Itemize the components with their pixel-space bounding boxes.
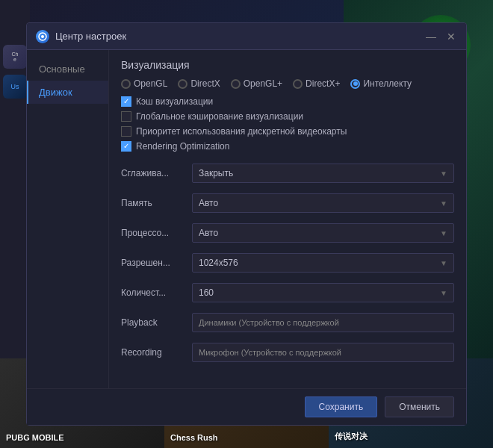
radio-circle-directx <box>178 79 187 89</box>
svg-point-1 <box>41 35 44 38</box>
section-title: Визуализация <box>121 59 454 71</box>
checkbox-group: Кэш визуализации Глобальное кэширование … <box>121 96 454 152</box>
nav-item-engine[interactable]: Движок <box>27 81 108 104</box>
sidebar-icon-chess: Che <box>3 45 27 69</box>
radio-label-intellect: Интеллекту <box>363 78 412 89</box>
chevron-down-icon-smoothing: ▼ <box>440 169 447 178</box>
settings-window: Центр настроек — ✕ Основные Движок Визуа… <box>26 22 467 426</box>
right-content: Визуализация OpenGL DirectX OpenGL+ Di <box>109 50 466 388</box>
checkbox-label-cache-viz: Кэш визуализации <box>136 96 213 107</box>
chevron-down-icon-resolution: ▼ <box>440 259 447 267</box>
checkbox-box-cache-viz <box>121 96 131 107</box>
form-select-value-processor: Авто <box>199 228 218 238</box>
checkbox-label-rendering: Rendering Optimization <box>136 141 229 152</box>
radio-circle-openglplus <box>231 79 241 89</box>
game-title-center: Chess Rush <box>170 433 218 442</box>
checkbox-cache-viz[interactable]: Кэш визуализации <box>121 96 454 107</box>
footer: Сохранить Отменить <box>27 388 466 425</box>
form-label-recording: Recording <box>121 347 192 358</box>
form-select-value-quantity: 160 <box>199 287 214 298</box>
form-label-processor: Процессо... <box>121 228 192 238</box>
radio-circle-opengl <box>121 79 131 89</box>
close-button[interactable]: ✕ <box>445 31 457 43</box>
form-select-memory[interactable]: Авто▼ <box>192 193 454 213</box>
form-select-resolution[interactable]: 1024x576▼ <box>192 253 454 273</box>
checkbox-label-priority: Приоритет использования дискретной видео… <box>136 126 347 137</box>
form-select-value-resolution: 1024x576 <box>199 258 238 268</box>
radio-intellect[interactable]: Интеллекту <box>350 78 412 89</box>
title-bar: Центр настроек — ✕ <box>27 23 466 50</box>
content-area: Основные Движок Визуализация OpenGL Dire… <box>27 50 466 388</box>
chevron-down-icon-quantity: ▼ <box>440 289 447 297</box>
form-label-quantity: Количест... <box>121 287 192 298</box>
checkbox-label-global-cache: Глобальное кэширование визуализации <box>136 111 303 122</box>
form-label-resolution: Разрешен... <box>121 258 192 268</box>
radio-label-directxplus: DirectX+ <box>306 78 340 89</box>
radio-openglplus[interactable]: OpenGL+ <box>231 78 282 89</box>
form-rows: Сглажива...Закрыть▼ПамятьАвто▼Процессо..… <box>121 162 454 364</box>
form-input-playback[interactable]: Динамики (Устройство с поддержкой <box>192 313 454 332</box>
form-row-recording: RecordingМикрофон (Устройство с поддержк… <box>121 341 454 364</box>
game-title-left: PUBG MOBILE <box>6 433 64 442</box>
checkbox-box-rendering <box>121 141 131 152</box>
title-controls: — ✕ <box>424 31 457 43</box>
sidebar-icon-other[interactable]: Us <box>3 75 27 99</box>
radio-opengl[interactable]: OpenGL <box>121 78 167 89</box>
app-sidebar: Che Us <box>0 0 30 358</box>
form-select-value-smoothing: Закрыть <box>199 168 233 178</box>
renderer-radio-group: OpenGL DirectX OpenGL+ DirectX+ Интеллек… <box>121 78 454 89</box>
radio-circle-intellect <box>350 79 360 89</box>
form-select-smoothing[interactable]: Закрыть▼ <box>192 164 454 183</box>
radio-label-directx: DirectX <box>190 78 220 89</box>
radio-directx[interactable]: DirectX <box>178 78 220 89</box>
game-title-right: 传说对决 <box>335 431 368 442</box>
checkbox-priority[interactable]: Приоритет использования дискретной видео… <box>121 126 454 137</box>
nav-item-main[interactable]: Основные <box>27 57 108 81</box>
radio-label-opengl: OpenGL <box>134 78 167 89</box>
checkbox-rendering[interactable]: Rendering Optimization <box>121 141 454 152</box>
form-row-smoothing: Сглажива...Закрыть▼ <box>121 162 454 184</box>
form-label-smoothing: Сглажива... <box>121 168 192 178</box>
form-select-quantity[interactable]: 160▼ <box>192 283 454 302</box>
form-input-recording[interactable]: Микрофон (Устройство с поддержкой <box>192 343 454 362</box>
form-row-playback: PlaybackДинамики (Устройство с поддержко… <box>121 311 454 334</box>
form-row-quantity: Количест...160▼ <box>121 281 454 304</box>
title-bar-left: Центр настроек <box>36 30 126 43</box>
checkbox-global-cache[interactable]: Глобальное кэширование визуализации <box>121 111 454 122</box>
app-icon <box>36 30 49 43</box>
chevron-down-icon-processor: ▼ <box>440 229 447 237</box>
save-button[interactable]: Сохранить <box>305 396 378 417</box>
form-row-processor: Процессо...Авто▼ <box>121 222 454 244</box>
left-nav: Основные Движок <box>27 50 109 388</box>
checkbox-box-priority <box>121 126 131 137</box>
window-title: Центр настроек <box>55 31 126 42</box>
form-row-resolution: Разрешен...1024x576▼ <box>121 252 454 274</box>
checkbox-box-global-cache <box>121 111 131 122</box>
minimize-button[interactable]: — <box>424 31 438 43</box>
form-label-memory: Память <box>121 198 192 208</box>
cancel-button[interactable]: Отменить <box>385 396 454 417</box>
form-label-playback: Playback <box>121 317 192 328</box>
radio-circle-directxplus <box>293 79 303 89</box>
radio-label-openglplus: OpenGL+ <box>244 78 282 89</box>
form-row-memory: ПамятьАвто▼ <box>121 192 454 214</box>
form-select-processor[interactable]: Авто▼ <box>192 223 454 243</box>
chevron-down-icon-memory: ▼ <box>440 199 447 208</box>
form-select-value-memory: Авто <box>199 198 218 208</box>
radio-directxplus[interactable]: DirectX+ <box>293 78 340 89</box>
